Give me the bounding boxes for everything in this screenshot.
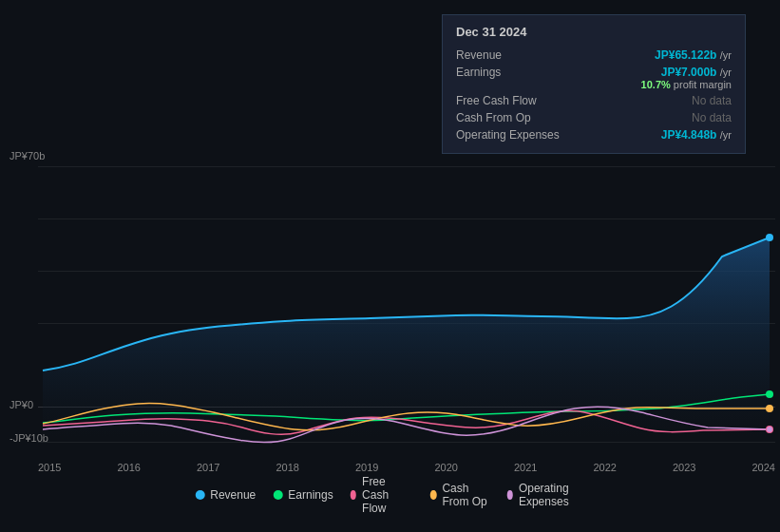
tooltip-row-earnings: Earnings JP¥7.000b /yr 10.7% profit marg… <box>456 64 732 92</box>
legend-item-earnings[interactable]: Earnings <box>273 488 333 502</box>
tooltip-value-fcf: No data <box>692 94 732 107</box>
x-label-2020: 2020 <box>435 462 458 473</box>
chart-svg <box>0 142 780 456</box>
legend-dot-opexp <box>507 490 513 500</box>
legend-item-revenue[interactable]: Revenue <box>195 488 256 502</box>
tooltip-value-opexp: JP¥4.848b /yr <box>661 128 732 142</box>
legend-dot-fcf <box>351 490 356 500</box>
tooltip-box: Dec 31 2024 Revenue JP¥65.122b /yr Earni… <box>442 14 746 154</box>
x-label-2015: 2015 <box>38 462 61 473</box>
tooltip-label-fcf: Free Cash Flow <box>456 94 570 107</box>
x-label-2022: 2022 <box>594 462 617 473</box>
opexp-end-dot <box>767 427 772 432</box>
legend: Revenue Earnings Free Cash Flow Cash Fro… <box>195 475 585 515</box>
x-label-2019: 2019 <box>355 462 378 473</box>
tooltip-row-fcf: Free Cash Flow No data <box>456 92 732 109</box>
tooltip-date: Dec 31 2024 <box>456 25 732 39</box>
legend-label-fcf: Free Cash Flow <box>362 475 413 515</box>
cashfromop-end-dot <box>766 405 773 412</box>
legend-label-cashfromop: Cash From Op <box>442 482 489 508</box>
x-axis: 2015 2016 2017 2018 2019 2020 2021 2022 … <box>38 462 775 473</box>
legend-label-earnings: Earnings <box>288 488 333 502</box>
revenue-end-dot <box>766 234 773 241</box>
x-label-2016: 2016 <box>118 462 141 473</box>
legend-dot-earnings <box>273 490 282 500</box>
tooltip-row-cashfromop: Cash From Op No data <box>456 109 732 126</box>
tooltip-value-revenue: JP¥65.122b /yr <box>655 48 732 62</box>
tooltip-row-opexp: Operating Expenses JP¥4.848b /yr <box>456 126 732 143</box>
tooltip-value-cashfromop: No data <box>692 111 732 124</box>
earnings-end-dot <box>766 390 773 398</box>
tooltip-row-revenue: Revenue JP¥65.122b /yr <box>456 47 732 64</box>
legend-item-cashfromop[interactable]: Cash From Op <box>430 482 489 508</box>
legend-dot-revenue <box>195 490 204 500</box>
tooltip-label-earnings: Earnings <box>456 66 570 79</box>
legend-item-opexp[interactable]: Operating Expenses <box>507 482 585 508</box>
tooltip-value-earnings: JP¥7.000b /yr <box>661 66 732 79</box>
tooltip-label-revenue: Revenue <box>456 48 570 62</box>
x-label-2021: 2021 <box>514 462 537 473</box>
x-label-2017: 2017 <box>197 462 219 473</box>
x-label-2024: 2024 <box>752 462 775 473</box>
legend-label-revenue: Revenue <box>210 488 256 502</box>
legend-label-opexp: Operating Expenses <box>519 482 585 508</box>
legend-item-fcf[interactable]: Free Cash Flow <box>351 475 413 515</box>
x-label-2018: 2018 <box>276 462 299 473</box>
tooltip-label-cashfromop: Cash From Op <box>456 111 570 124</box>
legend-dot-cashfromop <box>430 490 436 500</box>
x-label-2023: 2023 <box>673 462 695 473</box>
tooltip-label-opexp: Operating Expenses <box>456 128 570 142</box>
profit-margin: 10.7% profit margin <box>641 79 732 90</box>
chart-container: Dec 31 2024 Revenue JP¥65.122b /yr Earni… <box>0 0 780 532</box>
